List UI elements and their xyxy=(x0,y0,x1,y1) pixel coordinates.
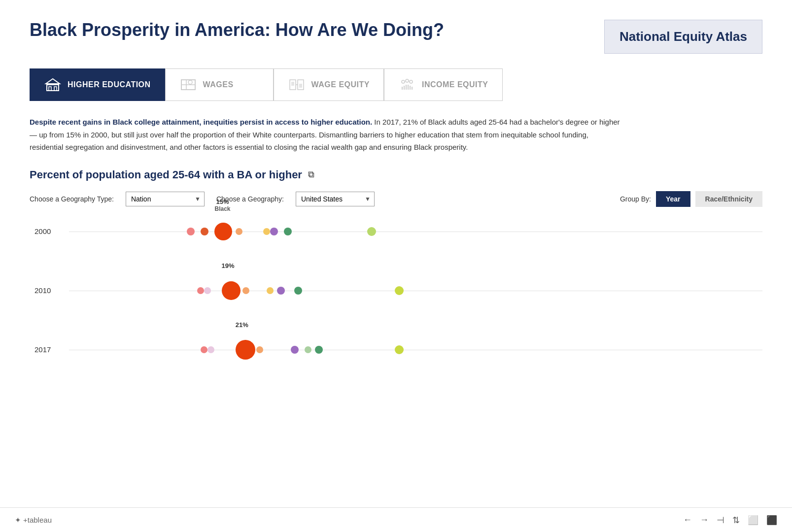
svg-marker-3 xyxy=(46,79,60,84)
dot-2000-7 xyxy=(284,228,292,235)
description-bold: Despite recent gains in Black college at… xyxy=(30,118,372,126)
geography-type-select-wrapper: Nation ▼ xyxy=(126,192,205,206)
chart-title-row: Percent of population aged 25-64 with a … xyxy=(30,168,762,181)
dot-2010-8 xyxy=(395,286,404,295)
tableau-logo-text: +tableau xyxy=(23,516,52,524)
nav-back-button[interactable]: ← xyxy=(683,515,692,525)
dot-2017-1 xyxy=(201,346,207,353)
dot-2000-2 xyxy=(201,228,208,235)
chart-row-2000: 2000 15% Black xyxy=(69,217,762,246)
tab-wage-equity[interactable]: WAGE EQUITY xyxy=(274,68,384,101)
dot-2010-1 xyxy=(197,287,204,294)
svg-rect-2 xyxy=(54,87,57,91)
nav-fullscreen-button[interactable]: ⬛ xyxy=(766,515,777,526)
tooltip-2000-black: 15% Black xyxy=(214,198,230,212)
year-label-2000: 2000 xyxy=(34,227,51,235)
svg-rect-11 xyxy=(291,82,294,86)
dot-2000-4 xyxy=(236,228,242,235)
tooltip-pct-2010: 19% xyxy=(222,262,235,269)
group-by-label: Group By: xyxy=(620,195,651,203)
tab-higher-education-label: HIGHER EDUCATION xyxy=(68,80,151,89)
dot-2017-black xyxy=(236,340,255,360)
group-by-race-button[interactable]: Race/Ethnicity xyxy=(695,191,762,207)
tooltip-2017-black: 21% xyxy=(236,321,248,329)
year-label-2010: 2010 xyxy=(34,286,51,295)
header-row: Black Prosperity in America: How Are We … xyxy=(30,20,762,54)
tableau-footer: ✦ +tableau ← → ⊣ ⇅ ⬜ ⬛ xyxy=(0,507,792,532)
dot-2017-8 xyxy=(395,345,404,354)
nav-share-button[interactable]: ⇅ xyxy=(732,515,740,526)
dot-2010-4 xyxy=(242,287,249,294)
wages-icon xyxy=(179,76,197,94)
atlas-name: National Equity Atlas xyxy=(620,29,747,44)
dot-2000-8 xyxy=(367,227,376,236)
tab-income-equity-label: INCOME EQUITY xyxy=(422,80,488,89)
dot-2010-black xyxy=(222,281,241,300)
description-block: Despite recent gains in Black college at… xyxy=(30,116,621,154)
dot-2017-2 xyxy=(207,346,214,353)
dot-2010-5 xyxy=(267,287,274,294)
geography-select-wrapper: United States ▼ xyxy=(296,192,375,206)
dot-2010-6 xyxy=(277,287,285,295)
dot-2017-6 xyxy=(305,346,311,353)
controls-row: Choose a Geography Type: Nation ▼ Choose… xyxy=(30,191,762,207)
dot-2017-5 xyxy=(291,346,299,354)
tab-income-equity[interactable]: INCOME EQUITY xyxy=(384,68,503,101)
geography-type-label: Choose a Geography Type: xyxy=(30,195,114,203)
nav-forward-button[interactable]: → xyxy=(700,515,709,525)
national-equity-atlas-box: National Equity Atlas xyxy=(604,20,762,54)
chart-row-2017: 2017 21% xyxy=(69,335,762,365)
tableau-nav: ← → ⊣ ⇅ ⬜ ⬛ xyxy=(683,515,777,526)
tab-higher-education[interactable]: HIGHER EDUCATION xyxy=(30,68,165,101)
svg-rect-1 xyxy=(49,87,51,91)
tab-wages[interactable]: WAGES xyxy=(165,68,274,101)
svg-point-7 xyxy=(188,80,192,84)
page-title: Black Prosperity in America: How Are We … xyxy=(30,20,444,40)
geography-type-select[interactable]: Nation xyxy=(126,192,205,206)
dot-line-2000: 15% Black xyxy=(69,217,762,246)
dot-line-2010: 19% xyxy=(69,276,762,305)
tooltip-2010-black: 19% xyxy=(222,262,235,269)
dot-2000-black xyxy=(214,223,232,240)
income-equity-icon xyxy=(398,76,416,94)
nav-download-button[interactable]: ⬜ xyxy=(748,515,758,526)
dot-2010-2 xyxy=(204,287,211,294)
dot-line-2017: 21% xyxy=(69,335,762,365)
tab-wage-equity-label: WAGE EQUITY xyxy=(311,80,370,89)
external-link-icon[interactable]: ⧉ xyxy=(308,169,314,180)
tabs-row: HIGHER EDUCATION WAGES xyxy=(30,68,762,101)
dot-2000-5 xyxy=(263,228,270,235)
chart-area: 2000 15% Black 2010 xyxy=(30,217,762,365)
year-label-2017: 2017 xyxy=(34,345,51,354)
tableau-logo: ✦ +tableau xyxy=(15,516,52,525)
group-by-year-button[interactable]: Year xyxy=(656,191,690,207)
dot-2010-7 xyxy=(294,287,302,295)
dot-2000-1 xyxy=(187,228,195,235)
chart-title: Percent of population aged 25-64 with a … xyxy=(30,168,302,181)
group-by-section: Group By: Year Race/Ethnicity xyxy=(620,191,762,207)
tooltip-label-2000: Black xyxy=(214,205,230,212)
svg-point-15 xyxy=(410,80,413,83)
tooltip-pct-2017: 21% xyxy=(236,321,248,329)
chart-row-2010: 2010 19% xyxy=(69,276,762,305)
svg-rect-12 xyxy=(299,84,302,88)
wage-equity-icon xyxy=(288,76,306,94)
nav-first-button[interactable]: ⊣ xyxy=(717,515,724,526)
dot-2017-7 xyxy=(315,346,323,354)
svg-point-13 xyxy=(402,80,405,83)
dot-2017-4 xyxy=(256,346,263,353)
geography-select[interactable]: United States xyxy=(296,192,375,206)
tooltip-pct-2000: 15% xyxy=(214,198,230,205)
svg-point-14 xyxy=(406,79,409,82)
tableau-logo-dots: ✦ xyxy=(15,516,21,525)
dot-2000-6 xyxy=(270,228,278,235)
tab-wages-label: WAGES xyxy=(203,80,234,89)
higher-education-icon xyxy=(44,76,62,94)
